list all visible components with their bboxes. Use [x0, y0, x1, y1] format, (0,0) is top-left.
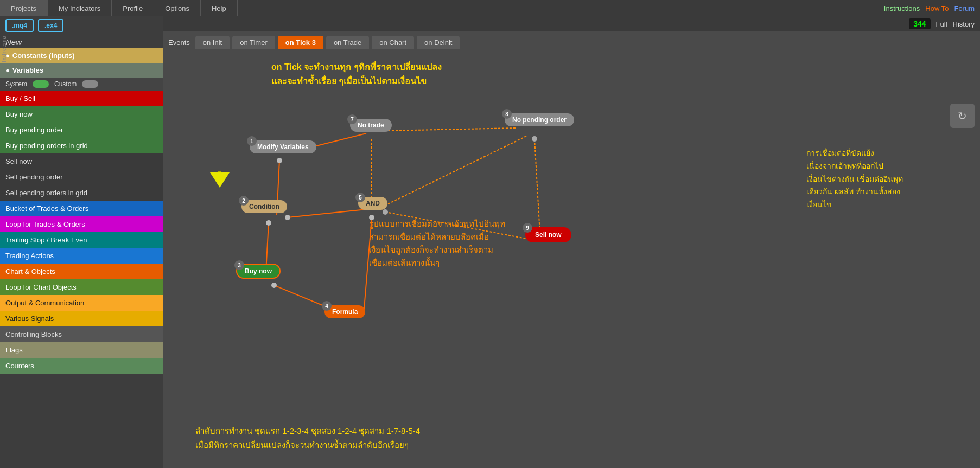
node-buy-now[interactable]: 3 Buy now — [236, 264, 281, 279]
main-layout: fxdreema .mq4 .ex4 New ● Constants (Inpu… — [0, 16, 980, 468]
constants-label: Constants (Inputs) — [12, 52, 75, 60]
node-and[interactable]: 5 AND — [358, 197, 387, 210]
sidebar-item-buy-pending[interactable]: Buy pending order — [0, 122, 163, 138]
sidebar-item-sell-pending[interactable]: Sell pending order — [0, 169, 163, 185]
sidebar-item-bucket[interactable]: Bucket of Trades & Orders — [0, 201, 163, 216]
node-label-4: Formula — [332, 308, 358, 316]
svg-point-15 — [369, 215, 374, 220]
sidebar-item-flags[interactable]: Flags — [0, 342, 163, 358]
node-no-pending-order[interactable]: 8 No pending order — [505, 113, 574, 126]
nav-tab-projects[interactable]: Projects — [0, 0, 48, 16]
sidebar-item-various-signals[interactable]: Various Signals — [0, 311, 163, 326]
svg-point-11 — [277, 158, 282, 163]
tab-on-init[interactable]: on Init — [195, 36, 230, 49]
sidebar-item-sell-pending-grid[interactable]: Sell pending orders in grid — [0, 185, 163, 201]
node-label-3: Buy now — [245, 267, 272, 275]
sidebar-item-sell-now[interactable]: Sell now — [0, 153, 163, 169]
node-sell-now[interactable]: 9 Sell now — [525, 227, 571, 242]
btn-ex4[interactable]: .ex4 — [38, 19, 63, 32]
node-label-5: AND — [366, 200, 380, 207]
counter-badge: 344 — [909, 18, 930, 29]
nav-tab-options[interactable]: Options — [154, 0, 201, 16]
tab-on-timer[interactable]: on Timer — [232, 36, 275, 49]
sidebar-item-buy-sell[interactable]: Buy / Sell — [0, 91, 163, 106]
btn-mq4[interactable]: .mq4 — [5, 19, 34, 32]
nav-tab-my-indicators[interactable]: My Indicators — [48, 0, 112, 16]
sidebar-brand: fxdreema — [1, 35, 7, 62]
sidebar-item-controlling-blocks[interactable]: Controlling Blocks — [0, 326, 163, 342]
link-howto[interactable]: How To — [925, 4, 949, 12]
nav-tab-profile[interactable]: Profile — [112, 0, 154, 16]
node-label-8: No pending order — [512, 116, 567, 124]
canvas-area: ↻ on Tick จะทำงานทุก ๆทิกที่ราคาเปลี่ยนแ… — [163, 49, 980, 468]
variables-label: Variables — [12, 66, 43, 74]
tab-on-trade[interactable]: on Trade — [326, 36, 369, 49]
sidebar-item-loop-trades[interactable]: Loop for Trades & Orders — [0, 216, 163, 232]
flowchart-svg — [179, 76, 667, 402]
svg-point-14 — [271, 283, 277, 288]
sidebar: fxdreema .mq4 .ex4 New ● Constants (Inpu… — [0, 16, 163, 468]
svg-line-9 — [534, 139, 540, 234]
svg-point-12 — [266, 220, 271, 226]
desc-bottom: ลำดับการทำงาน ชุดแรก 1-2-3-4 ชุดสอง 1-2-… — [195, 424, 420, 452]
node-number-8: 8 — [502, 109, 512, 119]
sidebar-section-constants[interactable]: ● Constants (Inputs) — [0, 48, 163, 63]
toggle-system-label: System — [5, 80, 27, 88]
toggle-custom[interactable] — [82, 80, 98, 88]
node-number-7: 7 — [347, 114, 357, 124]
toggle-system[interactable] — [33, 80, 49, 88]
node-number-5: 5 — [355, 193, 365, 202]
top-right-bar: 344 Full History — [163, 16, 980, 31]
sidebar-item-buy-now[interactable]: Buy now — [0, 106, 163, 122]
sidebar-new-label: New — [0, 35, 163, 48]
tab-on-chart[interactable]: on Chart — [372, 36, 414, 49]
svg-point-16 — [532, 136, 537, 142]
link-instructions[interactable]: Instructions — [884, 4, 920, 12]
svg-point-17 — [383, 209, 388, 215]
sidebar-item-loop-chart[interactable]: Loop for Chart Objects — [0, 279, 163, 295]
svg-line-10 — [385, 212, 529, 239]
sidebar-item-buy-pending-grid[interactable]: Buy pending orders in grid — [0, 138, 163, 153]
node-number-3: 3 — [234, 260, 244, 270]
desc-right: การเชื่อมต่อที่ขัดแย้ง เนื่องจากเอ้าพุทท… — [806, 147, 958, 211]
node-label-9: Sell now — [535, 231, 562, 239]
flowchart: 1 Modify Variables 2 Condition 3 Buy now… — [179, 76, 667, 402]
down-arrow — [206, 171, 233, 188]
right-area: 344 Full History Events on Init on Timer… — [163, 16, 980, 468]
svg-line-5 — [364, 217, 372, 315]
node-number-1: 1 — [247, 136, 257, 146]
sidebar-item-trading-actions[interactable]: Trading Actions — [0, 248, 163, 264]
events-label: Events — [168, 39, 190, 47]
node-label-1: Modify Variables — [257, 143, 309, 151]
full-label[interactable]: Full — [936, 20, 947, 28]
top-nav-links: Instructions How To Forum — [884, 4, 975, 12]
sidebar-item-chart-objects[interactable]: Chart & Objects — [0, 264, 163, 279]
events-bar: Events on Init on Timer on Tick 3 on Tra… — [163, 31, 980, 49]
node-number-4: 4 — [322, 301, 332, 311]
sidebar-item-counters[interactable]: Counters — [0, 358, 163, 374]
node-formula[interactable]: 4 Formula — [324, 305, 365, 318]
link-forum[interactable]: Forum — [954, 4, 975, 12]
svg-point-13 — [285, 215, 290, 220]
toggle-custom-label: Custom — [54, 80, 77, 88]
top-nav: Projects My Indicators Profile Options H… — [0, 0, 980, 16]
scroll-button[interactable]: ↻ — [950, 104, 975, 128]
svg-line-3 — [288, 209, 366, 217]
node-label-2: Condition — [249, 203, 279, 210]
node-label-7: No trade — [358, 121, 384, 129]
tab-on-deinit[interactable]: on Deinit — [417, 36, 460, 49]
sidebar-toggles: System Custom — [0, 78, 163, 91]
circle-icon-variables: ● — [5, 66, 10, 74]
sidebar-header-row: .mq4 .ex4 — [0, 16, 163, 35]
sidebar-item-output[interactable]: Output & Communication — [0, 295, 163, 311]
node-condition[interactable]: 2 Condition — [241, 200, 287, 213]
sidebar-item-trailing-stop[interactable]: Trailing Stop / Break Even — [0, 232, 163, 248]
node-modify-variables[interactable]: 1 Modify Variables — [250, 140, 316, 153]
history-label[interactable]: History — [953, 20, 975, 28]
svg-line-7 — [388, 128, 516, 131]
sidebar-section-variables[interactable]: ● Variables — [0, 63, 163, 78]
nav-tab-help[interactable]: Help — [201, 0, 238, 16]
node-no-trade[interactable]: 7 No trade — [350, 119, 392, 132]
tab-on-tick[interactable]: on Tick 3 — [278, 36, 323, 49]
svg-line-8 — [383, 136, 526, 207]
